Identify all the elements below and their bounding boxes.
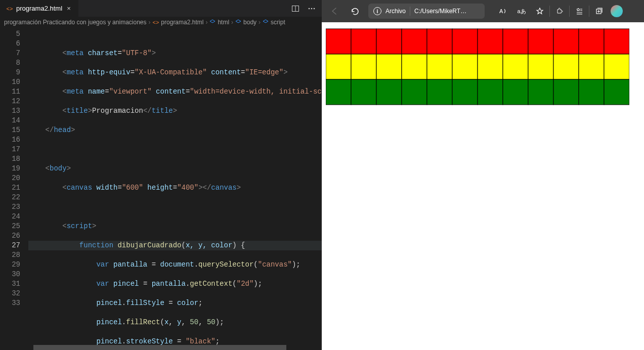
editor-pane: <> programa2.html × programación Practic… bbox=[0, 0, 322, 350]
svg-rect-48 bbox=[604, 79, 629, 105]
svg-rect-44 bbox=[503, 79, 528, 105]
read-aloud-icon[interactable]: A bbox=[495, 4, 512, 19]
address-bar[interactable]: i Archivo C:/Users/MikeRT… bbox=[368, 4, 485, 19]
browser-pane: i Archivo C:/Users/MikeRT… A aあ bbox=[322, 0, 644, 350]
svg-rect-18 bbox=[452, 29, 478, 54]
toolbar-right: A aあ bbox=[495, 4, 623, 19]
svg-rect-43 bbox=[478, 79, 503, 105]
svg-rect-47 bbox=[579, 79, 604, 105]
svg-rect-42 bbox=[452, 79, 478, 105]
tab-bar-actions bbox=[291, 5, 322, 13]
svg-rect-16 bbox=[402, 29, 427, 54]
svg-rect-19 bbox=[478, 29, 503, 54]
svg-rect-21 bbox=[528, 29, 553, 54]
line-number-gutter: 5678910111213141516171819202122232425262… bbox=[0, 28, 28, 345]
svg-rect-14 bbox=[351, 29, 376, 54]
svg-point-3 bbox=[311, 8, 313, 9]
refresh-button[interactable] bbox=[348, 5, 361, 18]
chevron-right-icon: › bbox=[205, 19, 207, 26]
svg-rect-23 bbox=[579, 29, 604, 54]
tab-programa2[interactable]: <> programa2.html × bbox=[0, 0, 79, 17]
browser-toolbar: i Archivo C:/Users/MikeRT… A aあ bbox=[322, 0, 644, 22]
svg-text:A: A bbox=[499, 8, 503, 14]
divider bbox=[569, 6, 570, 17]
split-editor-icon[interactable] bbox=[291, 5, 299, 13]
divider bbox=[589, 6, 589, 17]
svg-rect-22 bbox=[553, 29, 579, 54]
svg-rect-24 bbox=[604, 29, 629, 54]
horizontal-scrollbar[interactable] bbox=[33, 345, 293, 350]
chevron-right-icon: › bbox=[259, 19, 261, 26]
favorite-icon[interactable] bbox=[531, 4, 548, 19]
svg-rect-31 bbox=[478, 54, 503, 79]
svg-rect-17 bbox=[427, 29, 452, 54]
svg-rect-46 bbox=[553, 79, 579, 105]
svg-rect-38 bbox=[351, 79, 376, 105]
addr-path: C:/Users/MikeRT… bbox=[414, 8, 466, 15]
profile-avatar[interactable] bbox=[611, 5, 623, 17]
svg-rect-40 bbox=[402, 79, 427, 105]
symbol-icon bbox=[209, 19, 216, 25]
svg-rect-26 bbox=[351, 54, 376, 79]
svg-rect-30 bbox=[452, 54, 478, 79]
code-editor[interactable]: 5678910111213141516171819202122232425262… bbox=[0, 28, 322, 345]
favorites-bar-icon[interactable] bbox=[571, 4, 588, 19]
more-actions-icon[interactable] bbox=[308, 5, 316, 13]
svg-rect-36 bbox=[604, 54, 629, 79]
breadcrumb-file[interactable]: programa2.html bbox=[161, 19, 203, 26]
tab-bar: <> programa2.html × bbox=[0, 0, 322, 17]
canvas-output bbox=[326, 26, 629, 107]
svg-rect-37 bbox=[326, 79, 351, 105]
close-icon[interactable]: × bbox=[65, 5, 72, 12]
svg-rect-45 bbox=[528, 79, 553, 105]
chevron-right-icon: › bbox=[149, 19, 151, 26]
svg-rect-28 bbox=[402, 54, 427, 79]
info-icon[interactable]: i bbox=[373, 7, 381, 15]
breadcrumb[interactable]: programación Practicando con juegos y an… bbox=[0, 17, 322, 28]
symbol-icon bbox=[235, 19, 241, 25]
breadcrumb-folder[interactable]: programación Practicando con juegos y an… bbox=[4, 19, 147, 26]
svg-rect-15 bbox=[376, 29, 402, 54]
svg-point-4 bbox=[314, 8, 315, 9]
svg-rect-25 bbox=[326, 54, 351, 79]
breadcrumb-symbol[interactable]: html bbox=[218, 19, 229, 26]
code-content[interactable]: <meta charset="UTF-8"> <meta http-equiv=… bbox=[28, 28, 322, 345]
divider bbox=[549, 6, 550, 17]
svg-rect-13 bbox=[326, 29, 351, 54]
svg-rect-27 bbox=[376, 54, 402, 79]
breadcrumb-symbol[interactable]: body bbox=[243, 19, 256, 26]
tab-filename: programa2.html bbox=[16, 5, 62, 12]
html-file-icon: <> bbox=[6, 5, 13, 12]
svg-rect-39 bbox=[376, 79, 402, 105]
translate-icon[interactable]: aあ bbox=[513, 4, 530, 19]
html-file-icon: <> bbox=[153, 19, 159, 25]
chevron-right-icon: › bbox=[231, 19, 233, 26]
breadcrumb-symbol[interactable]: script bbox=[271, 19, 285, 26]
svg-rect-20 bbox=[503, 29, 528, 54]
svg-rect-32 bbox=[503, 54, 528, 79]
back-button[interactable] bbox=[328, 5, 341, 18]
svg-rect-34 bbox=[553, 54, 579, 79]
divider bbox=[410, 7, 410, 16]
svg-rect-29 bbox=[427, 54, 452, 79]
browser-viewport bbox=[322, 22, 644, 350]
collections-icon[interactable] bbox=[590, 4, 608, 19]
svg-rect-33 bbox=[528, 54, 553, 79]
scrollbar-thumb[interactable] bbox=[33, 345, 286, 350]
extensions-icon[interactable] bbox=[551, 4, 568, 19]
addr-label: Archivo bbox=[385, 8, 406, 15]
svg-rect-35 bbox=[579, 54, 604, 79]
symbol-icon bbox=[263, 19, 269, 25]
svg-rect-41 bbox=[427, 79, 452, 105]
svg-point-2 bbox=[309, 8, 310, 9]
